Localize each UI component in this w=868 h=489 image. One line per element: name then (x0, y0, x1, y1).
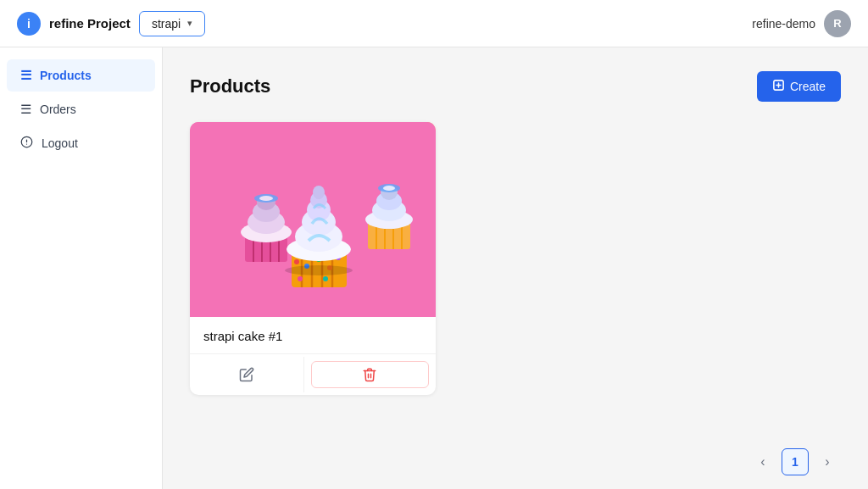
app-logo: i (17, 12, 41, 36)
sidebar-item-label: Orders (40, 103, 76, 116)
orders-icon: ☰ (20, 102, 31, 117)
header-right: refine-demo R (752, 10, 851, 37)
product-name: strapi cake #1 (190, 317, 436, 354)
page-title: Products (190, 75, 270, 97)
product-grid: strapi cake #1 (190, 122, 841, 395)
page-header: Products Create (190, 71, 841, 102)
svg-point-13 (259, 196, 273, 201)
delete-button[interactable] (311, 361, 430, 388)
card-actions (190, 354, 436, 395)
sidebar: ☰ Products ☰ Orders Logout (0, 47, 163, 489)
svg-point-35 (298, 276, 303, 281)
header-left: i refine Project strapi ▾ (17, 11, 205, 36)
create-button-label: Create (790, 80, 826, 93)
backend-value: strapi (152, 17, 181, 31)
edit-icon (239, 367, 254, 382)
svg-point-24 (383, 186, 395, 191)
trash-icon (362, 367, 377, 382)
edit-button[interactable] (190, 357, 304, 392)
product-image-container (190, 122, 436, 317)
prev-page-button[interactable]: ‹ (749, 448, 776, 475)
next-page-button[interactable]: › (814, 448, 841, 475)
sidebar-item-label: Products (40, 69, 92, 82)
svg-point-43 (285, 265, 353, 275)
chevron-down-icon: ▾ (187, 18, 192, 29)
app-title: refine Project (49, 16, 131, 31)
product-card: strapi cake #1 (190, 122, 436, 395)
logout-icon (20, 136, 33, 151)
create-button[interactable]: Create (757, 71, 841, 102)
sidebar-item-products[interactable]: ☰ Products (7, 59, 155, 92)
backend-selector[interactable]: strapi ▾ (139, 11, 205, 36)
avatar[interactable]: R (824, 10, 851, 37)
pagination: ‹ 1 › (163, 435, 868, 489)
product-image-svg (190, 122, 436, 317)
svg-point-36 (323, 276, 328, 281)
svg-point-30 (294, 259, 299, 264)
svg-point-42 (313, 186, 325, 199)
sidebar-item-label: Logout (42, 136, 78, 150)
app-layout: ☰ Products ☰ Orders Logout Products (0, 47, 868, 489)
current-page-button[interactable]: 1 (782, 448, 809, 475)
plus-icon (772, 79, 785, 94)
sidebar-item-orders[interactable]: ☰ Orders (7, 93, 155, 125)
list-icon: ☰ (20, 68, 31, 83)
user-name-label: refine-demo (752, 17, 815, 31)
main-content: Products Create (163, 47, 868, 435)
sidebar-item-logout[interactable]: Logout (7, 127, 155, 159)
app-header: i refine Project strapi ▾ refine-demo R (0, 0, 868, 47)
